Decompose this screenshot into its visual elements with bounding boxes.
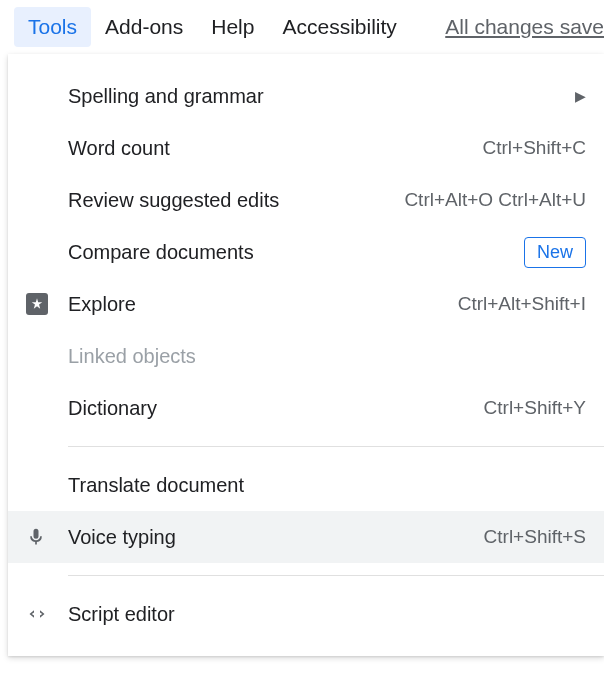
menu-accessibility[interactable]: Accessibility <box>268 7 410 47</box>
keyboard-shortcut: Ctrl+Shift+Y <box>484 397 586 419</box>
menu-item-explore[interactable]: Explore Ctrl+Alt+Shift+I <box>8 278 604 330</box>
save-status[interactable]: All changes save <box>431 7 604 47</box>
menu-item-label: Script editor <box>68 603 586 626</box>
keyboard-shortcut: Ctrl+Alt+Shift+I <box>458 293 586 315</box>
menu-item-review[interactable]: Review suggested edits Ctrl+Alt+O Ctrl+A… <box>8 174 604 226</box>
keyboard-shortcut: Ctrl+Alt+O Ctrl+Alt+U <box>404 189 586 211</box>
menu-item-dictionary[interactable]: Dictionary Ctrl+Shift+Y <box>8 382 604 434</box>
menu-item-label: Explore <box>68 293 458 316</box>
menu-item-linked: Linked objects <box>8 330 604 382</box>
menu-item-spelling[interactable]: Spelling and grammar ▶ <box>8 70 604 122</box>
menu-item-wordcount[interactable]: Word count Ctrl+Shift+C <box>8 122 604 174</box>
new-badge: New <box>524 237 586 268</box>
submenu-arrow-icon: ▶ <box>575 88 586 104</box>
menu-item-label: Word count <box>68 137 483 160</box>
menu-tools[interactable]: Tools <box>14 7 91 47</box>
menu-bar: Tools Add-ons Help Accessibility All cha… <box>0 0 604 54</box>
menu-item-translate[interactable]: Translate document <box>8 459 604 511</box>
menu-item-compare[interactable]: Compare documents New <box>8 226 604 278</box>
keyboard-shortcut: Ctrl+Shift+S <box>484 526 586 548</box>
menu-item-voice[interactable]: Voice typing Ctrl+Shift+S <box>8 511 604 563</box>
menu-item-label: Spelling and grammar <box>68 85 575 108</box>
script-icon <box>26 605 68 623</box>
menu-item-script[interactable]: Script editor <box>8 588 604 640</box>
menu-addons[interactable]: Add-ons <box>91 7 197 47</box>
microphone-icon <box>26 525 68 549</box>
tools-dropdown: Spelling and grammar ▶ Word count Ctrl+S… <box>8 54 604 656</box>
keyboard-shortcut: Ctrl+Shift+C <box>483 137 586 159</box>
menu-item-label: Linked objects <box>68 345 586 368</box>
menu-item-label: Review suggested edits <box>68 189 404 212</box>
menu-separator <box>68 446 604 447</box>
explore-icon-slot <box>26 293 68 315</box>
menu-item-label: Voice typing <box>68 526 484 549</box>
menu-item-label: Dictionary <box>68 397 484 420</box>
explore-icon <box>26 293 48 315</box>
menu-separator <box>68 575 604 576</box>
menu-help[interactable]: Help <box>197 7 268 47</box>
menu-item-label: Translate document <box>68 474 586 497</box>
menu-item-label: Compare documents <box>68 241 524 264</box>
